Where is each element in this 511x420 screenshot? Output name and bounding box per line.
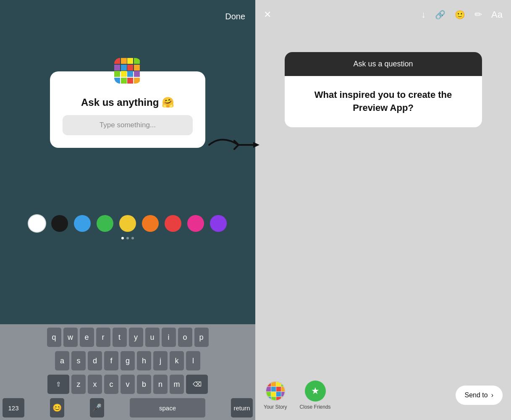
numbers-key[interactable]: 123 — [3, 398, 24, 417]
key-l[interactable]: l — [186, 351, 200, 370]
key-p[interactable]: p — [194, 328, 209, 347]
key-c[interactable]: c — [104, 375, 118, 394]
key-y[interactable]: y — [129, 328, 143, 347]
key-a[interactable]: a — [55, 351, 69, 370]
color-orange[interactable] — [142, 215, 159, 232]
bottom-bar: Your Story ★ Close Friends Send to › — [255, 375, 511, 420]
question-header: Ask us a question — [285, 52, 482, 76]
send-to-button[interactable]: Send to › — [456, 386, 503, 405]
question-text: What inspired you to create the Preview … — [296, 89, 470, 115]
key-q[interactable]: q — [47, 328, 61, 347]
key-n[interactable]: n — [153, 375, 168, 394]
key-o[interactable]: o — [178, 328, 192, 347]
key-i[interactable]: i — [162, 328, 176, 347]
done-button[interactable]: Done — [225, 12, 245, 21]
app-logo — [114, 58, 141, 85]
text-icon[interactable]: Aa — [491, 9, 503, 20]
key-h[interactable]: h — [137, 351, 151, 370]
dot-2 — [126, 237, 129, 239]
key-z[interactable]: z — [71, 375, 86, 394]
dot-1 — [121, 237, 124, 239]
key-k[interactable]: k — [170, 351, 184, 370]
key-u[interactable]: u — [145, 328, 160, 347]
color-blue[interactable] — [74, 215, 91, 232]
left-panel: Done Ask us anythi — [0, 0, 255, 420]
key-g[interactable]: g — [121, 351, 135, 370]
link-icon[interactable]: 🔗 — [435, 10, 445, 20]
your-story-option[interactable]: Your Story — [264, 381, 287, 410]
close-friends-option[interactable]: ★ Close Friends — [300, 381, 331, 410]
emoji-key[interactable]: 😊 — [50, 398, 64, 417]
keyboard: q w e r t y u i o p a s d f g h j k l ⇧ … — [0, 324, 255, 420]
close-friends-icon: ★ — [305, 381, 326, 402]
key-b[interactable]: b — [137, 375, 151, 394]
sticker-card: Ask us anything 🤗 Type something... — [50, 71, 205, 148]
keyboard-row-1: q w e r t y u i o p — [3, 328, 253, 347]
color-green[interactable] — [97, 215, 113, 232]
pagination-dots — [121, 237, 134, 239]
key-d[interactable]: d — [88, 351, 102, 370]
download-icon[interactable]: ↓ — [421, 9, 426, 20]
svg-marker-0 — [253, 142, 259, 148]
story-options: Your Story ★ Close Friends — [264, 381, 331, 410]
color-yellow[interactable] — [119, 215, 136, 232]
mic-key[interactable]: 🎤 — [90, 398, 104, 417]
backspace-key[interactable]: ⌫ — [186, 375, 208, 394]
key-s[interactable]: s — [71, 351, 86, 370]
close-friends-label: Close Friends — [300, 404, 331, 410]
color-purple[interactable] — [210, 215, 227, 232]
return-key[interactable]: return — [231, 398, 253, 417]
space-key[interactable]: space — [130, 398, 205, 417]
chevron-right-icon: › — [491, 391, 493, 399]
close-icon[interactable]: ✕ — [264, 9, 271, 20]
color-pink[interactable] — [187, 215, 204, 232]
dot-3 — [131, 237, 134, 239]
question-header-text: Ask us a question — [293, 60, 474, 68]
key-r[interactable]: r — [96, 328, 110, 347]
color-white[interactable] — [29, 215, 45, 232]
key-j[interactable]: j — [153, 351, 168, 370]
key-f[interactable]: f — [104, 351, 118, 370]
right-panel: ✕ ↓ 🔗 🙂 ✏ Aa Ask us a question What insp… — [255, 0, 511, 420]
key-x[interactable]: x — [88, 375, 102, 394]
your-story-label: Your Story — [264, 404, 287, 410]
send-to-label: Send to — [465, 391, 488, 399]
color-picker — [29, 215, 227, 232]
key-v[interactable]: v — [121, 375, 135, 394]
question-body: What inspired you to create the Preview … — [285, 76, 482, 127]
key-w[interactable]: w — [63, 328, 78, 347]
sticker-icon[interactable]: 🙂 — [455, 10, 465, 20]
key-e[interactable]: e — [80, 328, 94, 347]
sticker-title: Ask us anything 🤗 — [81, 97, 174, 108]
color-red[interactable] — [165, 215, 181, 232]
keyboard-row-2: a s d f g h j k l — [3, 351, 253, 370]
question-card: Ask us a question What inspired you to c… — [285, 52, 482, 127]
keyboard-row-4: 123 😊 🎤 space return — [3, 398, 253, 417]
key-t[interactable]: t — [113, 328, 127, 347]
draw-icon[interactable]: ✏ — [474, 9, 482, 20]
key-m[interactable]: m — [170, 375, 184, 394]
shift-key[interactable]: ⇧ — [47, 375, 69, 394]
arrow-icon — [205, 130, 259, 160]
right-toolbar: ✕ ↓ 🔗 🙂 ✏ Aa — [255, 0, 511, 27]
color-black[interactable] — [51, 215, 68, 232]
keyboard-row-3: ⇧ z x c v b n m ⌫ — [3, 375, 253, 394]
your-story-icon — [265, 381, 286, 402]
type-input[interactable]: Type something... — [63, 115, 193, 135]
